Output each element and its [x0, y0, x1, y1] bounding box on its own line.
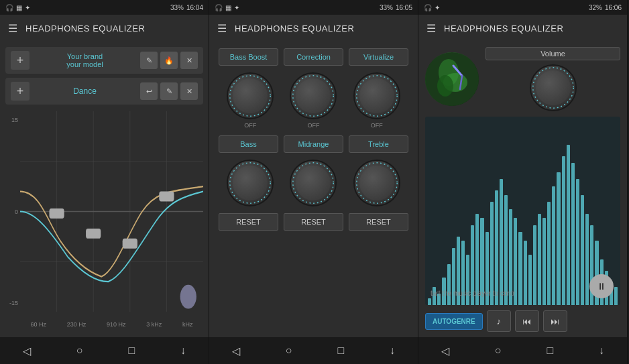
preset-1-close-btn[interactable]: ✕ [180, 52, 198, 69]
headphones-icon-3: 🎧 [424, 4, 432, 11]
home-btn-2[interactable]: ○ [278, 341, 300, 361]
prev-icon: ⏮ [522, 316, 531, 326]
spectrum-bar [581, 195, 584, 305]
spectrum-bar [428, 298, 431, 305]
eq-x-230hz: 230 Hz [67, 321, 87, 328]
panel2-content: Bass Boost Correction Virtualize OFF [209, 42, 418, 337]
spectrum-bar [495, 190, 498, 305]
knob-correction-outer[interactable] [290, 72, 337, 119]
knob-bass-boost-outer[interactable] [227, 72, 274, 119]
spectrum-bar [466, 255, 469, 305]
down-btn-2[interactable]: ↓ [382, 341, 403, 361]
media-icon-2: ▦ [225, 4, 231, 11]
panel1-content: + Your brand your model ✎ 🔥 ✕ + Dance ↩ … [0, 42, 209, 337]
knob-3-label: OFF [371, 122, 383, 129]
recent-btn-2[interactable]: □ [329, 341, 352, 361]
back-btn-3[interactable]: ◁ [433, 341, 457, 361]
recent-btn-3[interactable]: □ [538, 341, 561, 361]
svg-point-21 [437, 75, 453, 97]
eq-x-3khz: 3 kHz [146, 321, 162, 328]
preset-1-fire-btn[interactable]: 🔥 [160, 52, 178, 69]
knobs-row-2 [219, 160, 408, 206]
svg-rect-7 [49, 208, 64, 219]
time-text-3: 16:06 [605, 4, 622, 11]
knob-inner-3 [359, 78, 394, 113]
back-btn-2[interactable]: ◁ [224, 341, 248, 361]
app-title-2: HEADPHONES EQUALIZER [235, 23, 354, 34]
menu-icon-2[interactable]: ☰ [217, 22, 227, 35]
album-art-inner [425, 52, 479, 106]
down-btn-3[interactable]: ↓ [591, 341, 612, 361]
time-text: 16:04 [186, 4, 203, 11]
autogenre-btn[interactable]: AUTOGENRE [425, 313, 483, 330]
status-bar-3: 🎧 ✦ 32% 16:06 [418, 0, 627, 15]
prev-track-btn[interactable]: ⏮ [515, 310, 539, 332]
menu-icon[interactable]: ☰ [8, 22, 17, 35]
app-header-3: ☰ HEADPHONES EQUALIZER [418, 15, 627, 42]
preset-2-label: Dance [34, 86, 136, 96]
home-btn-1[interactable]: ○ [68, 341, 91, 361]
bluetooth-icon-3: ✦ [435, 4, 440, 11]
down-btn-1[interactable]: ↓ [172, 341, 194, 361]
bass-boost-tab[interactable]: Bass Boost [219, 48, 278, 66]
knob-bass-wrapper[interactable] [227, 160, 274, 206]
status-bar-2: 🎧 ▦ ✦ 33% 16:05 [209, 0, 418, 15]
knob-inner-4 [233, 166, 268, 200]
knob-bass-boost-wrapper[interactable] [227, 72, 274, 119]
preset-2-close-btn[interactable]: ✕ [180, 82, 198, 100]
eq-x-labels: 60 Hz 230 Hz 910 Hz 3 kHz kHz [20, 321, 203, 328]
music-library-btn[interactable]: ♪ [487, 310, 511, 332]
knob-midrange-outer[interactable] [290, 160, 337, 206]
knob-midrange-wrapper[interactable] [290, 160, 337, 206]
reset-row: RESET RESET RESET [219, 213, 408, 231]
spectrum-bar [447, 264, 451, 305]
spectrum-bar [552, 186, 555, 305]
volume-section: Volume [485, 47, 620, 111]
knob-bass-outer[interactable] [227, 160, 274, 206]
app-title-1: HEADPHONES EQUALIZER [25, 23, 145, 34]
midrange-label[interactable]: Midrange [284, 135, 343, 153]
preset-1-edit-btn[interactable]: ✎ [140, 52, 158, 69]
status-icons-left: 🎧 ▦ ✦ [5, 4, 30, 11]
eq-svg [20, 111, 203, 312]
knob-midrange [290, 160, 337, 206]
recent-btn-1[interactable]: □ [120, 341, 143, 361]
preset-row-1: + Your brand your model ✎ 🔥 ✕ [5, 47, 203, 74]
home-btn-3[interactable]: ○ [487, 341, 510, 361]
treble-label[interactable]: Treble [349, 135, 408, 153]
bass-label[interactable]: Bass [219, 135, 278, 153]
status-icons-right-3: 32% 16:06 [589, 4, 622, 11]
spectrum-bar [585, 214, 589, 305]
reset-midrange-btn[interactable]: RESET [284, 213, 343, 231]
knob-correction-wrapper[interactable] [290, 72, 337, 119]
menu-icon-3[interactable]: ☰ [426, 22, 436, 35]
play-pause-btn[interactable]: ⏸ [589, 274, 614, 298]
preset-2-undo-btn[interactable]: ↩ [140, 82, 158, 100]
spectrum-bar [528, 255, 532, 305]
add-preset-2-btn[interactable]: + [11, 82, 30, 101]
media-icon: ▦ [16, 4, 22, 11]
eq-x-910hz: 910 Hz [107, 321, 126, 328]
panel-3: 🎧 ✦ 32% 16:06 ☰ HEADPHONES EQUALIZER [418, 0, 628, 364]
reset-bass-btn[interactable]: RESET [219, 213, 278, 231]
knob-virtualize-wrapper[interactable] [353, 72, 400, 119]
add-preset-1-btn[interactable]: + [11, 51, 30, 70]
knob-treble-wrapper[interactable] [353, 160, 400, 206]
correction-tab[interactable]: Correction [284, 48, 343, 66]
bluetooth-icon-2: ✦ [234, 4, 239, 11]
time-text-2: 16:05 [396, 4, 412, 11]
now-playing-row: Volume [425, 47, 620, 111]
status-icons-left-2: 🎧 ▦ ✦ [215, 4, 239, 11]
volume-knob[interactable] [530, 64, 577, 111]
reset-treble-btn[interactable]: RESET [349, 213, 408, 231]
volume-knob-inner [536, 70, 571, 105]
preset-2-edit-btn[interactable]: ✎ [160, 82, 178, 100]
volume-knob-wrapper[interactable] [530, 64, 577, 111]
knob-virtualize-outer[interactable] [353, 72, 400, 119]
status-icons-left-3: 🎧 ✦ [424, 4, 440, 11]
virtualize-tab[interactable]: Virtualize [349, 48, 408, 66]
next-track-btn[interactable]: ⏭ [543, 310, 567, 332]
knob-2-label: OFF [307, 122, 319, 129]
back-btn-1[interactable]: ◁ [15, 341, 39, 361]
knob-treble-outer[interactable] [353, 160, 400, 206]
